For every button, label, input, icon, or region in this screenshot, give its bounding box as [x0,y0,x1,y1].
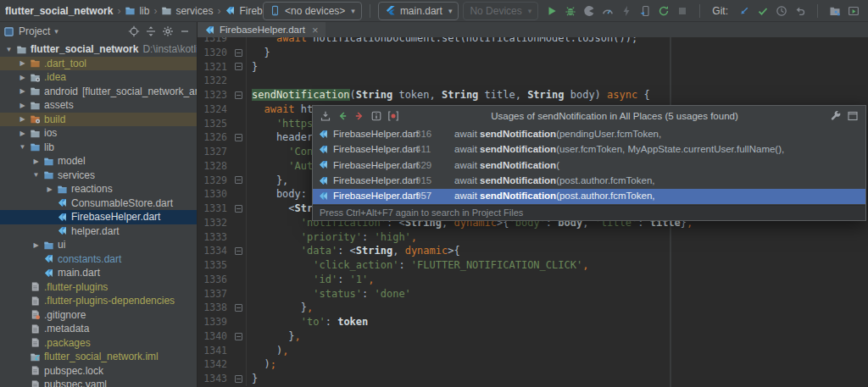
tree-collapsed-arrow-icon[interactable]: ▶ [17,59,28,67]
breadcrumb-item-services[interactable]: services [161,5,213,17]
previous-occurrence-button[interactable] [334,108,351,124]
code-line-1338[interactable]: 1338 }, [198,301,868,315]
git-history-button[interactable] [772,2,791,20]
code-line-1339[interactable]: 1339 'to': token [198,315,868,329]
tree-item-flutter-social-network-iml[interactable]: flutter_social_network.iml [0,350,197,364]
tree-item-packages[interactable]: .packages [0,336,197,351]
tree-collapsed-arrow-icon[interactable]: ▶ [44,185,55,193]
usage-row-915[interactable]: FirebaseHelper.dart915await sendNotifica… [313,173,865,188]
breadcrumb-item-lib[interactable]: lib [125,5,149,17]
tree-item-consumablestore-dart[interactable]: ConsumableStore.dart [0,196,197,211]
line-number[interactable]: 1343 [198,372,231,386]
code-line-1342[interactable]: 1342 ); [198,357,868,372]
fold-marker-icon[interactable] [235,304,242,312]
tree-item-helper-dart[interactable]: helper.dart [0,224,197,239]
tree-item-flutter-social-network[interactable]: ▼flutter_social_networkD:\insta\kotlin\f… [0,42,197,57]
line-number[interactable]: 1342 [198,357,231,372]
git-commit-button[interactable] [754,2,772,20]
tree-item-ui[interactable]: ▶ui [0,238,197,252]
line-number[interactable]: 1321 [198,60,231,75]
usage-row-316[interactable]: FirebaseHelper.dart316await sendNotifica… [313,126,865,141]
tree-item-lib[interactable]: ▼lib [0,141,197,155]
settings-wrench-button[interactable] [827,108,844,124]
config-selector[interactable]: main.dart ▾ [378,2,459,20]
tree-item-constants-dart[interactable]: constants.dart [0,252,197,267]
tree-item-main-dart[interactable]: main.dart [0,266,197,280]
line-number[interactable]: 1333 [198,230,231,245]
tree-item-gitignore[interactable]: .gitignore [0,308,197,323]
fold-marker-icon[interactable] [235,63,242,70]
tree-item-services[interactable]: ▼services [0,169,197,183]
code-line-1323[interactable]: 1323sendNotification(String token, Strin… [198,88,868,102]
line-number[interactable]: 1341 [198,344,231,358]
fold-marker-icon[interactable] [235,205,242,213]
tree-collapsed-arrow-icon[interactable]: ▶ [31,241,42,249]
breadcrumb-item-flutter-social-network[interactable]: flutter_social_network [5,5,113,17]
line-number[interactable]: 1330 [198,187,231,202]
code-line-1322[interactable]: 1322 [198,74,868,88]
line-number[interactable]: 1327 [198,145,231,159]
fold-marker-icon[interactable] [235,375,242,383]
tree-item-firebasehelper-dart[interactable]: FirebaseHelper.dart [0,210,197,224]
line-number[interactable]: 1320 [198,46,231,60]
code-line-1319[interactable]: 1319 await notificationDocument.set(noti… [198,37,868,46]
line-number[interactable]: 1331 [198,202,231,216]
apply-changes-button[interactable] [617,2,636,20]
tree-item-flutter-plugins-dependencies[interactable]: .flutter-plugins-dependencies [0,294,197,308]
line-number[interactable]: 1319 [198,37,231,46]
line-number[interactable]: 1328 [198,159,231,174]
tree-collapsed-arrow-icon[interactable]: ▶ [17,87,28,95]
tree-collapsed-arrow-icon[interactable]: ▶ [17,102,28,109]
project-panel-title[interactable]: Project ▾ [3,25,58,37]
tree-item-ios[interactable]: ▶ios [0,126,197,141]
line-number[interactable]: 1322 [198,74,231,88]
breadcrumb-item-firebasehelper-dart[interactable]: FirebaseHelper.dart [225,5,263,17]
tree-item-build[interactable]: ▶build [0,113,197,127]
tree-item-pubspec-yaml[interactable]: pubspec.yaml [0,378,197,387]
code-editor[interactable]: 1319 await notificationDocument.set(noti… [198,37,868,387]
fold-marker-icon[interactable] [235,176,242,184]
line-number[interactable]: 1337 [198,287,231,301]
line-number[interactable]: 1334 [198,244,231,258]
code-line-1321[interactable]: 1321} [198,60,868,75]
tree-expanded-arrow-icon[interactable]: ▼ [3,46,14,53]
usage-row-411[interactable]: FirebaseHelper.dart411await sendNotifica… [313,141,865,157]
line-number[interactable]: 1323 [198,88,231,102]
locate-button[interactable] [125,23,142,40]
tree-item-metadata[interactable]: .metadata [0,322,197,336]
code-line-1320[interactable]: 1320 } [198,46,868,60]
tree-item-android[interactable]: ▶android[flutter_social_network_android] [0,85,197,99]
line-number[interactable]: 1325 [198,117,231,131]
tree-item-assets[interactable]: ▶assets [0,98,197,113]
line-number[interactable]: 1324 [198,102,231,117]
device-manager-button[interactable] [826,2,844,20]
tree-collapsed-arrow-icon[interactable]: ▶ [31,158,42,165]
code-line-1340[interactable]: 1340 }, [198,329,868,344]
code-line-1336[interactable]: 1336 'id': '1', [198,273,868,287]
tab-firebasehelper-dart[interactable]: FirebaseHelper.dart × [198,22,326,37]
fold-marker-icon[interactable] [235,91,242,99]
collapse-all-button[interactable] [142,23,159,40]
fold-marker-icon[interactable] [235,247,242,255]
code-line-1335[interactable]: 1335 'click_action': 'FLUTTER_NOTIFICATI… [198,258,868,273]
line-number[interactable]: 1326 [198,130,231,145]
profile-button[interactable] [580,2,598,20]
code-line-1333[interactable]: 1333 'priority': 'high', [198,230,868,245]
run-button[interactable] [542,2,561,20]
fold-marker-icon[interactable] [235,134,242,141]
fold-marker-icon[interactable] [235,49,242,57]
stop-button[interactable] [673,2,692,20]
tree-expanded-arrow-icon[interactable]: ▼ [17,143,28,151]
pin-results-button[interactable] [317,108,334,124]
code-line-1343[interactable]: 1343} [198,372,868,386]
tree-item-dart-tool[interactable]: ▶.dart_tool [0,57,197,71]
line-number[interactable]: 1329 [198,174,231,188]
debug-button[interactable] [561,2,580,20]
close-icon[interactable]: × [312,25,319,36]
tree-collapsed-arrow-icon[interactable]: ▶ [17,130,28,137]
settings-gear-button[interactable] [159,23,176,40]
line-number[interactable]: 1336 [198,273,231,287]
tree-item-reactions[interactable]: ▶reactions [0,182,197,196]
next-occurrence-button[interactable] [351,108,368,124]
attach-debugger-button[interactable] [636,2,654,20]
